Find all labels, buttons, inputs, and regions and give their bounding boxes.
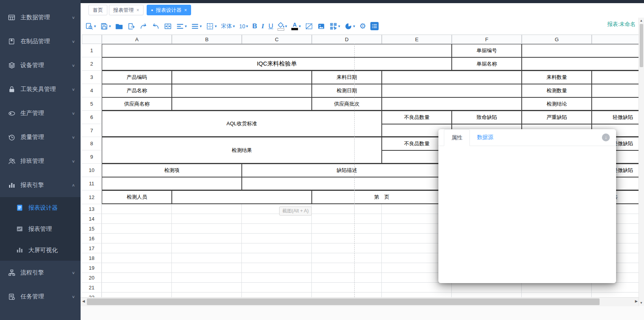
cell-E3-F3[interactable]: [382, 71, 522, 84]
line-style-button[interactable]: ▾: [191, 22, 202, 30]
sidebar-item-quality[interactable]: 质量管理 ∨: [0, 125, 81, 149]
row-header-13[interactable]: 13: [82, 204, 102, 214]
row-header-1[interactable]: 1: [82, 44, 102, 57]
cell-B12-C12[interactable]: [172, 190, 312, 204]
open-folder-button[interactable]: [115, 22, 123, 30]
cell-H6[interactable]: 轻微缺陷: [592, 111, 644, 124]
undo-button[interactable]: [152, 22, 160, 30]
row-header-19[interactable]: 19: [82, 263, 102, 273]
caret-down-icon[interactable]: ▾: [109, 24, 111, 28]
row-header-11[interactable]: 11: [82, 177, 102, 190]
row-header-7[interactable]: 7: [82, 124, 102, 137]
col-header-G[interactable]: G: [522, 35, 592, 44]
sidebar-item-task-manage[interactable]: 任务管理 ∨: [0, 285, 81, 309]
caret-down-icon[interactable]: ▾: [338, 24, 340, 28]
sidebar-item-production[interactable]: 生产管理 ∨: [0, 101, 81, 125]
settings-gear-icon[interactable]: ⚙: [359, 22, 366, 30]
sidebar-item-equipment[interactable]: 设备管理 ∨: [0, 53, 81, 77]
underline-button[interactable]: U: [269, 22, 273, 30]
cell-A5[interactable]: 供应商名称: [102, 97, 172, 111]
merge-cells-button[interactable]: [164, 22, 172, 30]
cell-A8-D9[interactable]: 检测结果: [102, 137, 382, 164]
sidebar-item-process-engine[interactable]: 流程引擎 ∨: [0, 261, 81, 285]
row-header-17[interactable]: 17: [82, 243, 102, 253]
row-header-20[interactable]: 20: [82, 273, 102, 283]
export-button[interactable]: [127, 22, 135, 30]
print-preview-button[interactable]: ▾: [85, 22, 96, 30]
horizontal-scrollbar-thumb[interactable]: [87, 298, 600, 305]
cell-D4[interactable]: 检测日期: [312, 84, 382, 97]
cell-H3[interactable]: [592, 71, 644, 84]
cell-borders-button[interactable]: ▾: [206, 22, 217, 30]
sidebar-item-report-engine[interactable]: 报表引擎 ∧: [0, 173, 81, 197]
font-size-select[interactable]: 10▾: [239, 23, 248, 29]
cell-H4[interactable]: [592, 84, 644, 97]
row-header-5[interactable]: 5: [82, 97, 102, 111]
col-header-B[interactable]: B: [172, 35, 242, 44]
cell-G6[interactable]: 严重缺陷: [522, 111, 592, 124]
cell-B5-C5[interactable]: [172, 97, 312, 111]
caret-down-icon[interactable]: ▾: [215, 24, 217, 28]
caret-down-icon[interactable]: ▾: [285, 24, 287, 28]
scroll-left-icon[interactable]: ◀: [82, 299, 85, 303]
tab-report-manage[interactable]: 报表管理 ×: [109, 5, 144, 15]
caret-down-icon[interactable]: ▾: [200, 24, 202, 28]
sidebar-item-scheduling[interactable]: 排班管理 ∨: [0, 149, 81, 173]
italic-button[interactable]: I: [261, 22, 264, 30]
horizontal-scrollbar[interactable]: ◀ ▶: [81, 297, 639, 306]
row-header-22[interactable]: 22: [82, 293, 102, 297]
cell-D12-E12[interactable]: 第 页: [312, 190, 452, 204]
panel-collapse-button[interactable]: ↓: [602, 133, 610, 141]
row-header-21[interactable]: 21: [82, 283, 102, 293]
cell-A1-E1[interactable]: [102, 44, 452, 57]
col-header-H-partial[interactable]: [592, 35, 644, 44]
col-header-F[interactable]: F: [452, 35, 522, 44]
save-button[interactable]: ▾: [100, 22, 111, 30]
col-header-D[interactable]: D: [312, 35, 382, 44]
redo-button[interactable]: [140, 22, 147, 30]
row-header-6[interactable]: 6: [82, 111, 102, 124]
caret-down-icon[interactable]: ▾: [185, 24, 187, 28]
align-button[interactable]: ▾: [176, 22, 187, 30]
cell-G3[interactable]: 来料数量: [522, 71, 592, 84]
col-header-E[interactable]: E: [382, 35, 452, 44]
properties-list-button[interactable]: [370, 22, 379, 30]
insert-chart-button[interactable]: ▾: [344, 22, 355, 30]
row-header-14[interactable]: 14: [82, 214, 102, 224]
cell-B4-C4[interactable]: [172, 84, 312, 97]
cell-E4-F4[interactable]: [382, 84, 522, 97]
cell-H5[interactable]: [592, 97, 644, 111]
cell-E5-F5[interactable]: [382, 97, 522, 111]
tab-home[interactable]: 首页: [88, 5, 107, 15]
row-header-2[interactable]: 2: [82, 57, 102, 71]
vertical-scrollbar[interactable]: ▲ ▼: [638, 18, 644, 306]
close-icon[interactable]: ×: [136, 7, 139, 13]
insert-qrcode-button[interactable]: ▾: [329, 22, 340, 30]
cell-B3-C3[interactable]: [172, 71, 312, 84]
scroll-right-icon[interactable]: ▶: [635, 299, 638, 303]
cell-G1-H1[interactable]: [522, 44, 644, 57]
insert-image-button[interactable]: [317, 22, 325, 30]
row-header-10[interactable]: 10: [82, 164, 102, 177]
cell-A4[interactable]: 产品名称: [102, 84, 172, 97]
sidebar-item-fixture[interactable]: 工装夹具管理 ∨: [0, 77, 81, 101]
scroll-down-icon[interactable]: ▼: [640, 301, 643, 305]
row-header-4[interactable]: 4: [82, 84, 102, 97]
row-header-12[interactable]: 12: [82, 190, 102, 204]
caret-down-icon[interactable]: ▾: [94, 24, 96, 28]
cell-E6[interactable]: 不良品数量: [382, 111, 452, 124]
col-header-A[interactable]: A: [102, 35, 172, 44]
font-select[interactable]: 宋体▾: [221, 23, 235, 30]
cell-F2[interactable]: 单据名称: [452, 57, 522, 71]
row-header-8[interactable]: 8: [82, 137, 102, 150]
row-header-18[interactable]: 18: [82, 253, 102, 263]
row-header-9[interactable]: 9: [82, 150, 102, 164]
close-icon[interactable]: ×: [184, 7, 187, 13]
cell-A6-D7[interactable]: AQL收货标准: [102, 111, 382, 137]
cell-G5[interactable]: 检测结论: [522, 97, 592, 111]
sidebar-item-report-designer[interactable]: 报表设计器: [0, 197, 81, 218]
bold-button[interactable]: B: [252, 22, 257, 30]
sidebar-item-master-data[interactable]: 主数据管理 ∨: [0, 5, 81, 29]
cell-D3[interactable]: 来料日期: [312, 71, 382, 84]
cell-A2-E2[interactable]: IQC来料检验单: [102, 57, 452, 71]
